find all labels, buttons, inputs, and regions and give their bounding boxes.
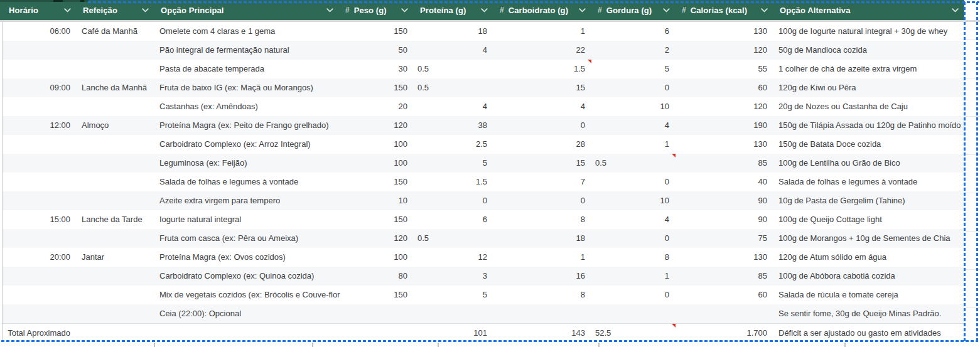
cell-horario[interactable] [3, 41, 77, 60]
cell-calorias[interactable]: 130 [676, 22, 773, 41]
cell-proteina[interactable]: 6 [414, 210, 493, 229]
cell-refeicao[interactable] [77, 60, 154, 78]
cell-gordura[interactable]: 5 [591, 60, 676, 78]
cell-opcao-principal[interactable]: Omelete com 4 claras e 1 gema [154, 22, 339, 41]
cell-opcao-alternativa[interactable]: 150g de Batata Doce cozida [773, 135, 964, 154]
cell-calorias[interactable]: 85 [676, 154, 773, 173]
cell-calorias[interactable]: 60 [676, 78, 773, 97]
cell-horario[interactable]: Total Aproximado [3, 324, 77, 343]
chevron-down-icon[interactable] [58, 8, 71, 13]
cell-carboidrato[interactable] [493, 304, 591, 323]
cell-peso[interactable]: 100 [339, 135, 414, 154]
cell-calorias[interactable]: 130 [676, 135, 773, 154]
column-header-peso[interactable]: #Peso (g) [339, 0, 414, 20]
cell-calorias[interactable]: 85 [676, 267, 773, 286]
cell-peso[interactable]: 150 [339, 22, 414, 41]
cell-gordura[interactable]: 6 [591, 22, 676, 41]
cell-refeicao[interactable] [77, 41, 154, 60]
cell-proteina[interactable]: 1.5 [414, 173, 493, 191]
cell-proteina[interactable]: 0.5 [414, 78, 493, 97]
cell-horario[interactable]: 06:00 [3, 22, 77, 41]
cell-opcao-principal[interactable]: Castanhas (ex: Amêndoas) [154, 97, 339, 116]
cell-horario[interactable] [3, 154, 77, 173]
cell-opcao-principal[interactable]: Proteína Magra (ex: Peito de Frango grel… [154, 116, 339, 135]
cell-carboidrato[interactable]: 28 [493, 135, 591, 154]
column-header-refeicao[interactable]: Refeição [77, 0, 154, 20]
cell-gordura[interactable]: 4 [591, 210, 676, 229]
chevron-down-icon[interactable] [475, 8, 488, 13]
cell-opcao-alternativa[interactable]: 100g de Queijo Cottage light [773, 210, 964, 229]
cell-opcao-principal[interactable]: Proteína Magra (ex: Ovos cozidos) [154, 248, 339, 267]
cell-calorias[interactable]: 55 [676, 60, 773, 78]
cell-proteina[interactable]: 101 [414, 324, 493, 343]
cell-opcao-principal[interactable]: Pão integral de fermentação natural [154, 41, 339, 60]
cell-proteina[interactable]: 4 [414, 41, 493, 60]
cell-peso[interactable]: 100 [339, 248, 414, 267]
cell-calorias[interactable]: 130 [676, 248, 773, 267]
cell-peso[interactable]: 20 [339, 97, 414, 116]
cell-proteina[interactable] [414, 304, 493, 323]
cell-horario[interactable]: 15:00 [3, 210, 77, 229]
cell-opcao-alternativa[interactable]: 100g de Morangos + 10g de Sementes de Ch… [773, 229, 964, 248]
cell-carboidrato[interactable]: 7 [493, 173, 591, 191]
cell-gordura[interactable]: 0 [591, 173, 676, 191]
cell-gordura[interactable]: 8 [591, 248, 676, 267]
cell-calorias[interactable]: 120 [676, 97, 773, 116]
cell-proteina[interactable]: 0.5 [414, 60, 493, 78]
cell-carboidrato[interactable]: 15 [493, 154, 591, 173]
cell-horario[interactable]: 20:00 [3, 248, 77, 267]
cell-proteina[interactable]: 0.5 [414, 229, 493, 248]
cell-gordura[interactable]: 2 [591, 41, 676, 60]
cell-opcao-alternativa[interactable]: 1 colher de chá de azeite extra virgem [773, 60, 964, 78]
cell-peso[interactable]: 10 [339, 191, 414, 210]
cell-opcao-principal[interactable]: Leguminosa (ex: Feijão) [154, 154, 339, 173]
cell-carboidrato[interactable]: 4 [493, 97, 591, 116]
cell-calorias[interactable]: 60 [676, 286, 773, 304]
cell-peso[interactable]: 100 [339, 154, 414, 173]
cell-gordura[interactable]: 0 [591, 229, 676, 248]
cell-refeicao[interactable]: Lanche da Tarde [77, 210, 154, 229]
cell-proteina[interactable]: 18 [414, 22, 493, 41]
cell-carboidrato[interactable]: 15 [493, 78, 591, 97]
cell-opcao-alternativa[interactable]: 20g de Nozes ou Castanha de Caju [773, 97, 964, 116]
cell-opcao-alternativa[interactable]: Salada de rúcula e tomate cereja [773, 286, 964, 304]
cell-gordura[interactable]: 1 [591, 135, 676, 154]
cell-opcao-principal[interactable] [154, 324, 339, 343]
cell-peso[interactable] [339, 304, 414, 323]
cell-carboidrato[interactable]: 16 [493, 267, 591, 286]
cell-calorias[interactable]: 75 [676, 229, 773, 248]
cell-peso[interactable]: 120 [339, 116, 414, 135]
cell-proteina[interactable]: 3 [414, 267, 493, 286]
cell-peso[interactable]: 150 [339, 78, 414, 97]
cell-carboidrato[interactable]: 1.5 [493, 60, 591, 78]
cell-refeicao[interactable] [77, 324, 154, 343]
cell-opcao-principal[interactable]: Salada de folhas e legumes à vontade [154, 173, 339, 191]
cell-refeicao[interactable]: Lanche da Manhã [77, 78, 154, 97]
column-header-carboidrato[interactable]: #Carboidrato (g) [493, 0, 591, 20]
cell-refeicao[interactable] [77, 191, 154, 210]
cell-refeicao[interactable] [77, 173, 154, 191]
cell-peso[interactable]: 80 [339, 267, 414, 286]
cell-proteina[interactable]: 5 [414, 286, 493, 304]
cell-horario[interactable] [3, 286, 77, 304]
cell-horario[interactable] [3, 304, 77, 323]
cell-horario[interactable] [3, 267, 77, 286]
cell-calorias[interactable]: 90 [676, 191, 773, 210]
cell-opcao-alternativa[interactable]: Se sentir fome, 30g de Queijo Minas Padr… [773, 304, 964, 323]
cell-gordura[interactable]: 1 [591, 267, 676, 286]
cell-gordura[interactable]: 10 [591, 191, 676, 210]
cell-horario[interactable] [3, 191, 77, 210]
cell-calorias[interactable] [676, 304, 773, 323]
cell-carboidrato[interactable]: 1 [493, 248, 591, 267]
cell-proteina[interactable]: 2.5 [414, 135, 493, 154]
chevron-down-icon[interactable] [136, 8, 149, 13]
cell-gordura[interactable]: 0 [591, 286, 676, 304]
cell-refeicao[interactable]: Almoço [77, 116, 154, 135]
cell-carboidrato[interactable]: 0 [493, 116, 591, 135]
cell-refeicao[interactable] [77, 267, 154, 286]
cell-refeicao[interactable] [77, 135, 154, 154]
cell-opcao-alternativa[interactable]: Salada de folhas e legumes à vontade [773, 173, 964, 191]
cell-horario[interactable]: 09:00 [3, 78, 77, 97]
cell-opcao-principal[interactable]: Azeite extra virgem para tempero [154, 191, 339, 210]
cell-calorias[interactable]: 190 [676, 116, 773, 135]
